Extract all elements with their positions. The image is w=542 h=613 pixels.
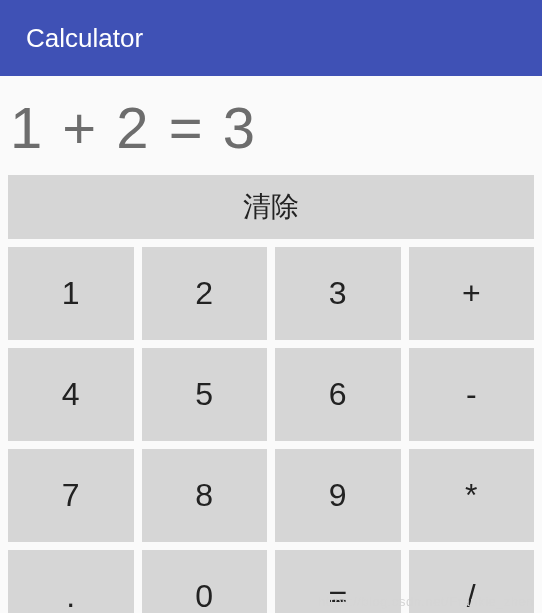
app-title: Calculator	[26, 23, 143, 54]
digit-7[interactable]: 7	[8, 449, 134, 542]
clear-label: 清除	[243, 188, 299, 226]
digit-1[interactable]: 1	[8, 247, 134, 340]
digit-6[interactable]: 6	[275, 348, 401, 441]
button-grid: 1 2 3 + 4 5 6 - 7 8 9 * . 0 = /	[8, 247, 534, 613]
op-multiply[interactable]: *	[409, 449, 535, 542]
digit-8[interactable]: 8	[142, 449, 268, 542]
calculator-display: 1 + 2 = 3	[0, 76, 542, 175]
decimal-point[interactable]: .	[8, 550, 134, 613]
display-expression: 1 + 2 = 3	[10, 95, 257, 160]
digit-9[interactable]: 9	[275, 449, 401, 542]
clear-button[interactable]: 清除	[8, 175, 534, 239]
digit-0[interactable]: 0	[142, 550, 268, 613]
digit-3[interactable]: 3	[275, 247, 401, 340]
op-plus[interactable]: +	[409, 247, 535, 340]
digit-5[interactable]: 5	[142, 348, 268, 441]
digit-2[interactable]: 2	[142, 247, 268, 340]
digit-4[interactable]: 4	[8, 348, 134, 441]
app-bar: Calculator	[0, 0, 542, 76]
keypad: 清除 1 2 3 + 4 5 6 - 7 8 9 * . 0 = /	[0, 175, 542, 613]
op-minus[interactable]: -	[409, 348, 535, 441]
op-equals[interactable]: =	[275, 550, 401, 613]
op-divide[interactable]: /	[409, 550, 535, 613]
